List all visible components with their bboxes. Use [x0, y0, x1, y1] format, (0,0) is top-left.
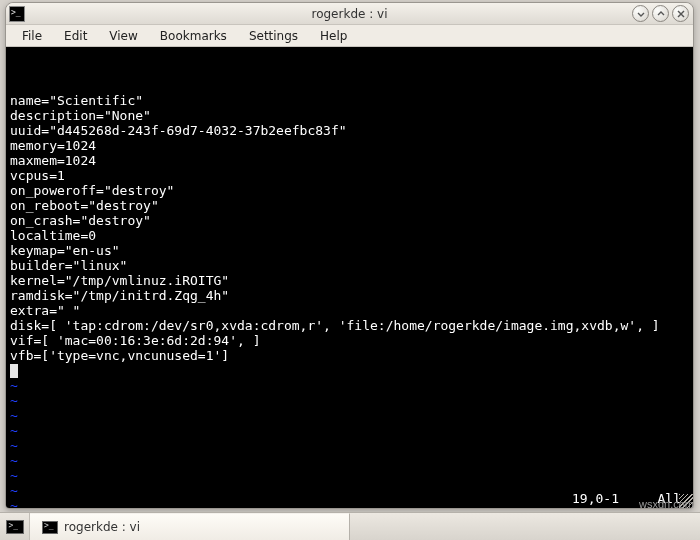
menubar: File Edit View Bookmarks Settings Help [6, 25, 693, 47]
menu-bookmarks[interactable]: Bookmarks [150, 26, 237, 46]
terminal-icon [42, 521, 58, 534]
content-line: memory=1024 [10, 138, 689, 153]
content-line: on_poweroff="destroy" [10, 183, 689, 198]
content-line: ramdisk="/tmp/initrd.Zqg_4h" [10, 288, 689, 303]
content-line: extra=" " [10, 303, 689, 318]
menu-help[interactable]: Help [310, 26, 357, 46]
maximize-button[interactable] [652, 5, 669, 22]
content-line: vcpus=1 [10, 168, 689, 183]
menu-settings[interactable]: Settings [239, 26, 308, 46]
taskbar: rogerkde : vi [0, 512, 700, 540]
content-line: name="Scientific" [10, 93, 689, 108]
content-line: maxmem=1024 [10, 153, 689, 168]
taskbar-item-active[interactable]: rogerkde : vi [30, 513, 350, 540]
text-cursor [10, 364, 18, 378]
content-line: localtime=0 [10, 228, 689, 243]
minimize-button[interactable] [632, 5, 649, 22]
content-line: on_reboot="destroy" [10, 198, 689, 213]
content-line: vfb=['type=vnc,vncunused=1'] [10, 348, 689, 363]
menu-view[interactable]: View [99, 26, 147, 46]
empty-line-tilde: ~ [10, 453, 689, 468]
content-line: vif=[ 'mac=00:16:3e:6d:2d:94', ] [10, 333, 689, 348]
window-title: rogerkde : vi [6, 7, 693, 21]
cursor-line [10, 363, 689, 378]
empty-line-tilde: ~ [10, 438, 689, 453]
empty-line-tilde: ~ [10, 423, 689, 438]
content-line: description="None" [10, 108, 689, 123]
empty-line-tilde: ~ [10, 378, 689, 393]
terminal-window: rogerkde : vi File Edit View Bookmarks S… [5, 2, 694, 509]
content-line: kernel="/tmp/vmlinuz.iROITG" [10, 273, 689, 288]
task-label: rogerkde : vi [64, 520, 140, 534]
launcher-terminal[interactable] [0, 513, 30, 540]
window-controls [632, 5, 689, 22]
menu-file[interactable]: File [12, 26, 52, 46]
content-line: on_crash="destroy" [10, 213, 689, 228]
vi-status-line: 19,0-1 All [10, 491, 689, 506]
titlebar[interactable]: rogerkde : vi [6, 3, 693, 25]
menu-edit[interactable]: Edit [54, 26, 97, 46]
empty-line-tilde: ~ [10, 408, 689, 423]
watermark: wsxdn.com [639, 498, 694, 510]
content-line: uuid="d445268d-243f-69d7-4032-37b2eefbc8… [10, 123, 689, 138]
empty-line-tilde: ~ [10, 468, 689, 483]
terminal-icon [6, 520, 24, 534]
empty-line-tilde: ~ [10, 393, 689, 408]
close-button[interactable] [672, 5, 689, 22]
content-line: disk=[ 'tap:cdrom:/dev/sr0,xvda:cdrom,r'… [10, 318, 689, 333]
terminal-viewport[interactable]: name="Scientific"description="None"uuid=… [6, 47, 693, 508]
content-line: keymap="en-us" [10, 243, 689, 258]
terminal-app-icon [9, 6, 25, 22]
content-line: builder="linux" [10, 258, 689, 273]
cursor-position: 19,0-1 [572, 491, 619, 506]
